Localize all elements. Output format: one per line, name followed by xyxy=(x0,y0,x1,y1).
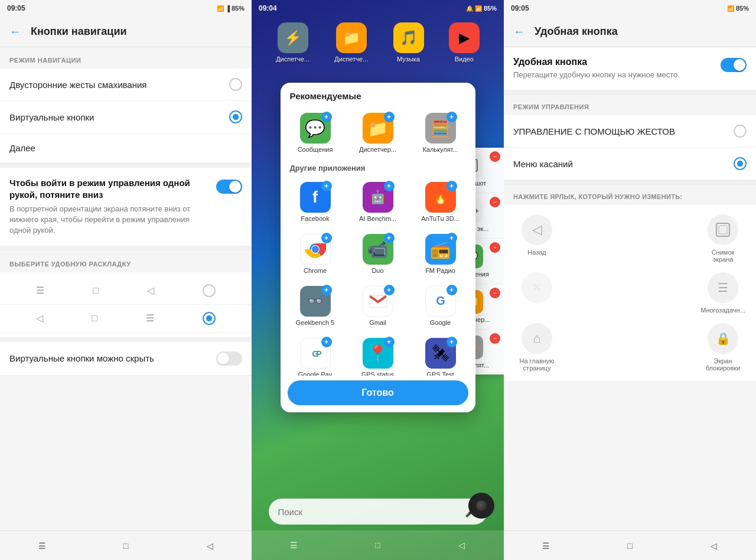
virtual-buttons-label: Виртуальные кнопки xyxy=(9,112,94,122)
nav-square-1[interactable]: □ xyxy=(119,539,133,553)
setting-next[interactable]: Далее xyxy=(0,134,252,163)
back-button-1[interactable]: ← xyxy=(9,25,21,38)
hide-vbuttons-toggle[interactable] xyxy=(216,351,242,366)
side-remove-calc[interactable]: − xyxy=(490,333,500,344)
side-remove-messages[interactable]: − xyxy=(490,242,500,253)
app-item-fm[interactable]: 📻 + FM Радио xyxy=(410,229,471,279)
side-remove-screenshot[interactable]: − xyxy=(490,151,500,162)
shortcut-screenshot[interactable]: Снимокэкрана xyxy=(699,214,747,263)
app-item-calc[interactable]: 🧮 + Калькулят... xyxy=(410,108,471,158)
layout-icon-square[interactable]: □ xyxy=(93,285,99,296)
shortcut-home[interactable]: ⌂ На главнуюстраницу xyxy=(513,323,561,372)
shortcut-back-icon: ◁ xyxy=(522,214,552,245)
add-badge-fm: + xyxy=(447,233,457,243)
touch-menu-row[interactable]: Меню касаний xyxy=(504,148,756,180)
app-item-duo[interactable]: 📹 + Duo xyxy=(348,229,408,279)
shortcut-screenshot-label: Снимокэкрана xyxy=(712,249,735,263)
app-item-antutu[interactable]: 🔥 + AnTuTu 3D... xyxy=(410,177,471,227)
nav-back-2[interactable]: ◁ xyxy=(455,538,469,552)
layout-radio-2[interactable] xyxy=(203,312,216,325)
shortcut-lock[interactable]: 🔒 Экранблокировки xyxy=(699,323,747,372)
app-item-gpstest[interactable]: 🛰 + GPS Test xyxy=(410,333,471,376)
gesture-control-row[interactable]: УПРАВЛЕНИЕ С ПОМОЩЬЮ ЖЕСТОВ xyxy=(504,115,756,148)
layout-label: ВЫБЕРИТЕ УДОБНУЮ РАСКЛАДКУ xyxy=(0,251,252,272)
hs-label-dispatch2: Диспетче... xyxy=(334,56,368,63)
two-gesture-radio[interactable] xyxy=(229,78,242,91)
app-item-gps[interactable]: 📍 + GPS status xyxy=(348,333,408,376)
hs-app-music[interactable]: 🎵 Музыка xyxy=(393,22,424,63)
header-3: ← Удобная кнопка xyxy=(504,17,756,47)
nav-back-3[interactable]: ◁ xyxy=(707,539,721,553)
battery-pct-3: 85% xyxy=(736,5,749,12)
side-remove-record[interactable]: − xyxy=(490,197,500,207)
divider-2 xyxy=(0,246,252,251)
main-toggle[interactable] xyxy=(721,58,747,72)
layout-radio-1[interactable] xyxy=(203,284,216,297)
app-item-sms[interactable]: 💬 + Сообщения xyxy=(285,108,346,158)
gesture-radio[interactable] xyxy=(734,125,747,138)
one-hand-title: Чтобы войти в режим управления одной рук… xyxy=(9,177,209,200)
app-item-chrome[interactable]: + Chrome xyxy=(285,229,346,279)
nav-bar-1: ☰ □ ◁ xyxy=(0,530,252,560)
touch-radio[interactable] xyxy=(734,157,747,170)
done-button[interactable]: Готово xyxy=(288,380,468,405)
nav-menu-3[interactable]: ☰ xyxy=(539,539,553,553)
app-item-gmail[interactable]: + Gmail xyxy=(348,281,408,331)
search-input[interactable] xyxy=(278,507,460,517)
add-badge-ai: + xyxy=(384,181,395,191)
hs-app-dispatch1[interactable]: ⚡ Диспетче... xyxy=(276,22,309,63)
layout-icon-menu[interactable]: ☰ xyxy=(36,285,44,296)
nav-bar-3: ☰ □ ◁ xyxy=(504,530,756,560)
divider-p3-2 xyxy=(504,180,756,185)
shortcut-multitask[interactable]: ☰ Многозадачн... xyxy=(699,272,747,314)
search-bar[interactable]: 🎤 xyxy=(269,499,487,525)
hs-label-dispatch1: Диспетче... xyxy=(276,56,309,63)
other-apps-scroll[interactable]: f + Facebook 🤖 + AI Benchm... 🔥 xyxy=(281,175,475,376)
nav-menu-1[interactable]: ☰ xyxy=(35,539,49,553)
nav-menu-2[interactable]: ☰ xyxy=(286,538,301,552)
app-icon-wrap-sms: 💬 + xyxy=(300,113,331,144)
signal-icon-1: ▐ xyxy=(226,5,230,12)
app-label-fm: FM Радио xyxy=(425,267,455,274)
setting-two-gesture[interactable]: Двусторонние жесты смахивания xyxy=(0,69,252,101)
shortcut-lock-label: Экранблокировки xyxy=(706,357,740,372)
hs-app-dispatch2[interactable]: 📁 Диспетче... xyxy=(334,22,368,63)
hs-icon-music: 🎵 xyxy=(393,22,424,53)
add-badge-dispatch: + xyxy=(384,112,395,122)
nav-square-2[interactable]: □ xyxy=(370,538,384,552)
virtual-buttons-radio[interactable] xyxy=(229,110,242,123)
layout-icon-menu2[interactable]: ☰ xyxy=(146,312,154,324)
app-item-geek[interactable]: 👓 + Geekbench 5 xyxy=(285,281,346,331)
back-button-3[interactable]: ← xyxy=(513,25,525,38)
one-hand-toggle[interactable] xyxy=(216,180,242,194)
layout-icon-square2[interactable]: □ xyxy=(92,313,97,324)
app-item-gpay[interactable]: GP + Google Pay xyxy=(285,333,346,376)
layout-icon-back[interactable]: ◁ xyxy=(147,285,154,296)
app-item-google[interactable]: G + Google xyxy=(410,281,471,331)
shortcut-row-3: ⌂ На главнуюстраницу 🔒 Экранблокировки xyxy=(513,323,747,372)
nav-square-3[interactable]: □ xyxy=(623,539,637,553)
next-label: Далее xyxy=(9,143,35,153)
setting-virtual-buttons[interactable]: Виртуальные кнопки xyxy=(0,101,252,134)
app-item-facebook[interactable]: f + Facebook xyxy=(285,177,346,227)
app-label-ai: AI Benchm... xyxy=(359,215,396,222)
svg-text:G: G xyxy=(436,294,445,307)
gesture-label: УПРАВЛЕНИЕ С ПОМОЩЬЮ ЖЕСТОВ xyxy=(513,126,675,136)
app-label-gpay: Google Pay xyxy=(298,371,332,376)
add-badge-calc: + xyxy=(447,112,457,122)
app-item-dispatch[interactable]: 📁 + Диспетчер... xyxy=(348,108,408,158)
status-icons-1: 📶 ▐ 85% xyxy=(217,5,245,12)
floating-camera-btn[interactable] xyxy=(468,493,494,519)
panel-app-drawer: 09:04 🔔 📶 85% ⚡ Диспетче... 📁 Диспетче..… xyxy=(252,0,504,560)
shortcut-screenshot-icon xyxy=(708,214,738,245)
nav-back-1[interactable]: ◁ xyxy=(203,539,217,553)
layout-icon-back2[interactable]: ◁ xyxy=(36,312,43,324)
shortcut-back[interactable]: ◁ Назад xyxy=(513,214,561,256)
hs-label-video: Видео xyxy=(455,56,474,63)
side-remove-files[interactable]: − xyxy=(490,288,500,298)
battery-pct-1: 85% xyxy=(232,5,245,12)
hide-vbuttons-row[interactable]: Виртуальные кнопки можно скрыть xyxy=(0,342,252,376)
shortcut-row-1: ◁ Назад Снимокэкрана xyxy=(513,214,747,263)
app-item-ai[interactable]: 🤖 + AI Benchm... xyxy=(348,177,408,227)
hs-app-video[interactable]: ▶ Видео xyxy=(449,22,480,63)
